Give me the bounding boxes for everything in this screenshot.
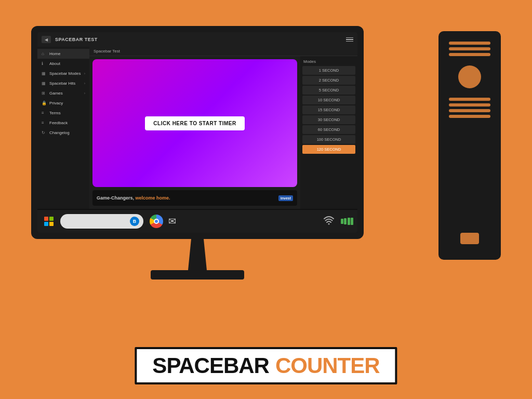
svg-point-0 [328,223,329,224]
sidebar-item-games[interactable]: ⊞ Games › [37,88,89,98]
feedback-icon: ≡ [42,121,47,125]
vent-line-4 [449,98,490,101]
tower-pc [438,31,501,260]
ad-text-part2: welcome home. [136,195,170,201]
lock-icon: 🔒 [42,101,47,105]
vent-line-6 [449,109,490,112]
chrome-icon[interactable] [150,215,163,228]
vent-line-1 [449,42,490,45]
bing-search-icon[interactable]: B [130,217,139,226]
chevron-right-icon: › [84,82,85,85]
mode-120-second[interactable]: 120 SECOND [302,145,355,154]
document-icon: ≡ [42,111,47,115]
mode-1-second[interactable]: 1 SECOND [302,66,355,75]
tower-top-vents [449,42,490,56]
sidebar-item-about[interactable]: ℹ About [37,59,89,69]
ad-text: Game-Changers, welcome home. [97,195,170,201]
sidebar-item-changelog[interactable]: ↻ Changelog [37,128,89,138]
sidebar-item-feedback[interactable]: ≡ Feedback [37,118,89,128]
vent-line-5 [449,103,490,107]
sidebar: ⌂ Home ℹ About ▦ Spacebar Modes › ▦ Sp [37,47,89,209]
win-pane-2 [49,217,54,221]
sidebar-item-terms[interactable]: ≡ Terms [37,108,89,118]
modes-title: Modes [302,59,355,64]
taskbar-icons: ✉ [150,215,176,228]
tower-disc-drive [458,65,481,88]
sidebar-item-label: Privacy [49,101,63,105]
info-icon: ℹ [42,61,47,66]
win-pane-1 [44,217,48,221]
app-content: ⌂ Home ℹ About ▦ Spacebar Modes › ▦ Sp [37,47,357,209]
taskbar-right [323,216,354,228]
invest-logo: invest [278,195,293,201]
mode-5-second[interactable]: 5 SECOND [302,86,355,95]
sidebar-item-label: Home [49,51,60,56]
sidebar-item-label: Games [49,91,63,96]
timer-section: CLICK HERE TO START TIMER Game-Changers,… [89,56,300,209]
modes-panel: Modes 1 SECOND 2 SECOND 5 SECOND 10 SECO… [300,56,357,209]
mode-30-second[interactable]: 30 SECOND [302,115,355,124]
sidebar-item-home[interactable]: ⌂ Home [37,49,89,59]
refresh-icon: ↻ [42,130,47,135]
win-pane-3 [44,222,48,226]
timer-box[interactable]: CLICK HERE TO START TIMER [92,59,297,187]
app-topbar: ◀ SPACEBAR TEST [37,32,357,47]
battery-bar-3 [348,218,350,225]
sidebar-item-label: Terms [49,111,61,115]
hamburger-menu-icon[interactable] [346,37,353,42]
screen-bezel: ◀ SPACEBAR TEST ⌂ Home ℹ About [31,26,364,239]
gamepad-icon: ⊞ [42,91,47,96]
sidebar-item-spacebar-hits[interactable]: ▦ Spacebar Hits › [37,78,89,88]
main-content: Spacebar Test CLICK HERE TO START TIMER … [89,47,357,209]
win-pane-4 [49,222,54,226]
mail-icon[interactable]: ✉ [168,216,176,227]
battery-bar-4 [351,218,353,225]
mode-60-second[interactable]: 60 SECOND [302,125,355,134]
bar-chart-icon: ▦ [42,71,47,76]
breadcrumb: Spacebar Test [89,47,357,56]
mode-10-second[interactable]: 10 SECOND [302,96,355,104]
start-timer-button[interactable]: CLICK HERE TO START TIMER [145,116,244,130]
battery-icon [341,218,354,225]
chevron-right-icon: › [84,72,85,75]
tower-bottom-vents [449,98,490,118]
title-spacebar: SPACEBAR [152,353,269,378]
battery-bar-1 [341,219,343,224]
battery-bar-2 [344,218,347,224]
ad-text-part1: Game-Changers, [97,195,136,201]
chrome-inner-circle [154,219,159,224]
back-button[interactable]: ◀ [42,36,51,43]
windows-taskbar: B ✉ [37,210,357,233]
mode-2-second[interactable]: 2 SECOND [302,76,355,85]
bottom-title-box: SPACEBAR COUNTER [135,347,397,384]
tower-power-button[interactable] [460,233,479,244]
screen: ◀ SPACEBAR TEST ⌂ Home ℹ About [37,32,357,233]
windows-search-bar[interactable]: B [60,214,143,229]
monitor-stand-neck [182,239,213,270]
sidebar-item-privacy[interactable]: 🔒 Privacy [37,98,89,108]
vent-line-3 [449,53,490,56]
title-counter: COUNTER [275,353,380,378]
app-title: SPACEBAR TEST [55,37,98,42]
content-area: CLICK HERE TO START TIMER Game-Changers,… [89,56,357,209]
monitor: ◀ SPACEBAR TEST ⌂ Home ℹ About [31,26,364,280]
mode-15-second[interactable]: 15 SECOND [302,105,355,114]
start-button[interactable] [42,214,56,229]
vent-line-7 [449,115,490,118]
bar-chart-icon: ▦ [42,81,47,86]
windows-logo-icon [44,217,54,226]
sidebar-item-spacebar-modes[interactable]: ▦ Spacebar Modes › [37,69,89,78]
monitor-stand-base [151,270,244,280]
sidebar-item-label: About [49,61,60,66]
vent-line-2 [449,47,490,50]
wifi-icon [323,216,335,228]
home-icon: ⌂ [42,51,47,56]
sidebar-item-label: Spacebar Modes [49,71,81,76]
sidebar-item-label: Feedback [49,121,68,125]
mode-100-second[interactable]: 100 SECOND [302,135,355,144]
chevron-right-icon: › [84,91,85,95]
sidebar-item-label: Spacebar Hits [49,81,75,86]
sidebar-item-label: Changelog [49,130,70,135]
ad-banner: Game-Changers, welcome home. invest [92,190,297,206]
